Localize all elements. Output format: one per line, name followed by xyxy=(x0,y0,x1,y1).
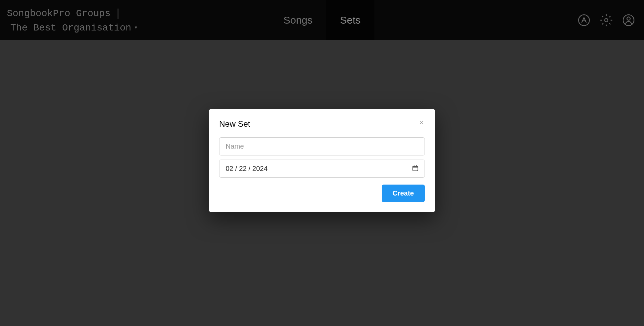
close-button[interactable] xyxy=(417,118,426,127)
close-icon xyxy=(418,120,425,126)
date-input[interactable] xyxy=(219,160,425,178)
new-set-modal: New Set Create xyxy=(209,109,435,212)
date-input-wrapper xyxy=(219,160,425,178)
modal-overlay[interactable]: New Set Create xyxy=(0,0,644,326)
modal-actions: Create xyxy=(219,185,425,202)
name-input[interactable] xyxy=(219,137,425,155)
create-button[interactable]: Create xyxy=(382,185,425,202)
modal-title: New Set xyxy=(219,119,425,129)
